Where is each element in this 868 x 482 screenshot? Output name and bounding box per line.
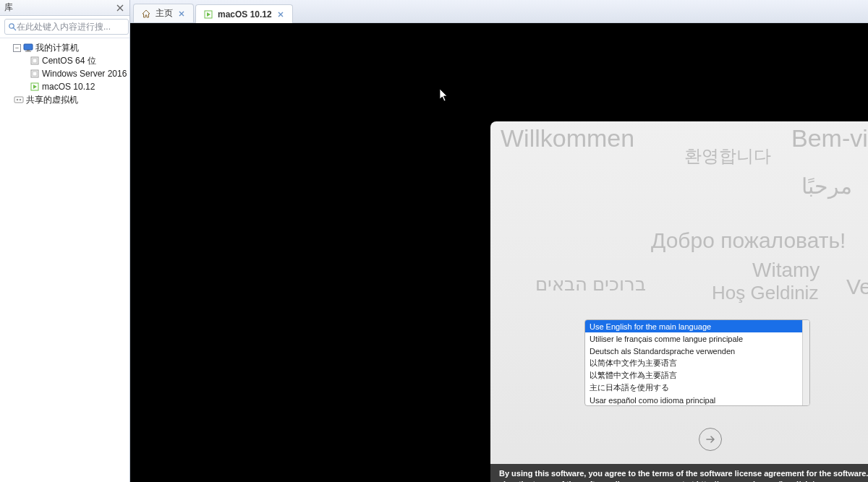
tab-macos[interactable]: macOS 10.12 bbox=[195, 4, 293, 23]
language-option[interactable]: Usar español como idioma principal bbox=[585, 394, 802, 405]
sidebar-search-row bbox=[0, 16, 129, 38]
vm-running-icon bbox=[203, 9, 213, 20]
shared-icon bbox=[13, 95, 25, 105]
tree-label: CentOS 64 位 bbox=[42, 55, 96, 67]
tree-vm-centos[interactable]: CentOS 64 位 bbox=[1, 54, 128, 67]
tab-close-button[interactable] bbox=[276, 10, 285, 19]
language-list: Use English for the main languageUtilise… bbox=[584, 319, 810, 406]
tree-vm-windows-server[interactable]: Windows Server 2016 bbox=[1, 67, 128, 80]
arrow-right-icon bbox=[705, 434, 716, 445]
welcome-word-cloud: Willkommen환영합니다Bem-vindoمرحبًاДобро пожа… bbox=[490, 121, 868, 317]
welcome-word: مرحبًا bbox=[801, 173, 852, 199]
tab-close-button[interactable] bbox=[177, 9, 186, 18]
license-text: By using this software, you agree to the… bbox=[490, 464, 868, 482]
welcome-word: Velkom bbox=[846, 275, 868, 299]
tree-vm-macos[interactable]: macOS 10.12 bbox=[1, 80, 128, 93]
sidebar-search-box[interactable] bbox=[4, 19, 129, 35]
vm-running-icon bbox=[29, 82, 41, 92]
svg-rect-10 bbox=[14, 97, 23, 103]
tab-home[interactable]: 主页 bbox=[133, 4, 194, 22]
svg-point-12 bbox=[20, 99, 22, 101]
vm-viewport[interactable]: Willkommen환영합니다Bem-vindoمرحبًاДобро пожа… bbox=[130, 23, 868, 482]
language-option[interactable]: Utiliser le français comme langue princi… bbox=[585, 332, 802, 345]
welcome-word: Hoş Geldiniz bbox=[712, 282, 818, 304]
svg-rect-3 bbox=[27, 50, 30, 51]
library-sidebar: 库 − 我的计算机 CentOS 64 位 Windows Server 201… bbox=[0, 0, 130, 482]
language-option[interactable]: 以繁體中文作為主要語言 bbox=[585, 369, 802, 382]
welcome-word: Willkommen bbox=[501, 124, 634, 152]
welcome-word: Bem-vindo bbox=[791, 124, 868, 152]
scrollbar[interactable] bbox=[802, 320, 809, 405]
svg-rect-2 bbox=[24, 44, 33, 50]
vm-icon bbox=[29, 56, 41, 66]
cursor-icon bbox=[439, 88, 449, 103]
tree-root-my-computer[interactable]: − 我的计算机 bbox=[1, 41, 128, 54]
language-option[interactable]: Use English for the main language bbox=[585, 320, 802, 332]
tree-label: 我的计算机 bbox=[35, 42, 79, 54]
tab-label: macOS 10.12 bbox=[218, 9, 272, 20]
search-input[interactable] bbox=[17, 22, 125, 32]
tree-label: 共享的虚拟机 bbox=[26, 94, 78, 106]
sidebar-header: 库 bbox=[0, 0, 129, 16]
welcome-word: Добро пожаловать! bbox=[651, 228, 846, 253]
main-area: 主页 macOS 10.12 Willkommen환영합니다Bem-vindoم… bbox=[130, 0, 868, 482]
language-option[interactable]: Deutsch als Standardsprache verwenden bbox=[585, 345, 802, 357]
tab-bar: 主页 macOS 10.12 bbox=[130, 0, 868, 23]
tab-label: 主页 bbox=[156, 7, 173, 20]
vm-tree: − 我的计算机 CentOS 64 位 Windows Server 2016 … bbox=[0, 38, 129, 482]
language-option[interactable]: 以简体中文作为主要语言 bbox=[585, 357, 802, 369]
continue-button[interactable] bbox=[699, 428, 722, 451]
tree-label: Windows Server 2016 bbox=[42, 69, 127, 79]
svg-point-0 bbox=[9, 24, 14, 28]
svg-rect-8 bbox=[33, 72, 37, 76]
macos-welcome-panel: Willkommen환영합니다Bem-vindoمرحبًاДобро пожа… bbox=[490, 121, 868, 482]
collapse-icon[interactable]: − bbox=[13, 44, 21, 52]
svg-rect-4 bbox=[25, 51, 31, 52]
monitor-icon bbox=[22, 43, 34, 53]
language-option[interactable]: 主に日本語を使用する bbox=[585, 382, 802, 394]
welcome-word: ברוכים הבאים bbox=[535, 273, 646, 296]
welcome-word: 환영합니다 bbox=[684, 145, 771, 168]
svg-point-11 bbox=[17, 99, 19, 101]
search-icon bbox=[8, 22, 17, 31]
home-icon bbox=[141, 9, 151, 19]
svg-rect-6 bbox=[33, 59, 37, 63]
svg-line-1 bbox=[14, 28, 16, 30]
vm-icon bbox=[29, 69, 41, 79]
sidebar-close-button[interactable] bbox=[115, 3, 125, 13]
welcome-word: Witamy bbox=[752, 259, 820, 282]
tree-shared-vms[interactable]: 共享的虚拟机 bbox=[1, 93, 128, 106]
tree-label: macOS 10.12 bbox=[42, 82, 95, 92]
sidebar-title: 库 bbox=[4, 1, 115, 14]
